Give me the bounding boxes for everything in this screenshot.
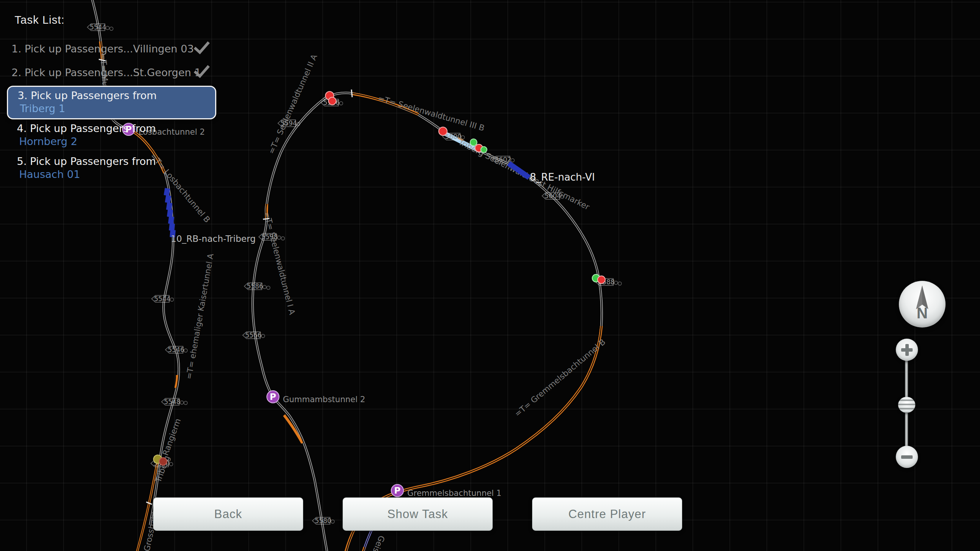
- task-item-4[interactable]: 4. Pick up Passengers from: [17, 122, 156, 134]
- zoom-in-button[interactable]: [896, 339, 918, 361]
- centre-player-button[interactable]: Centre Player: [532, 497, 682, 531]
- map-screen: 5544 5544 5546 5548 5550 5594 5596 5598 …: [0, 0, 980, 551]
- task-item-3-label: 3. Pick up Passengers from: [18, 90, 157, 101]
- svg-text:5566: 5566: [245, 331, 261, 339]
- minus-icon: [901, 455, 913, 459]
- svg-text:Gremmelsbachtunnel 1: Gremmelsbachtunnel 1: [407, 489, 501, 498]
- train-label-re: 8_RE-nach-VI: [530, 171, 595, 183]
- svg-text:=T= ehemaliger Kaisertunnel A: =T= ehemaliger Kaisertunnel A: [184, 253, 216, 380]
- task-item-1[interactable]: 1. Pick up Passengers...Villingen 03: [11, 43, 194, 55]
- task-item-3-station: Triberg 1: [20, 103, 65, 114]
- svg-text:=T= Losbachtunnel B: =T= Losbachtunnel B: [149, 152, 212, 225]
- signal-marker: 5586: [244, 282, 270, 290]
- signal-marker: 5544: [152, 295, 174, 303]
- signal-marker: 5546: [165, 346, 188, 354]
- back-button[interactable]: Back: [153, 497, 303, 531]
- svg-text:=T= Gremmelsbachtunnel B: =T= Gremmelsbachtunnel B: [513, 337, 608, 418]
- svg-text:5586: 5586: [247, 282, 263, 290]
- svg-text:5600: 5600: [445, 133, 461, 140]
- task-item-5-station: Hausach 01: [19, 168, 80, 180]
- task-item-4-station: Hornberg 2: [19, 135, 77, 147]
- signal-marker: 5566: [243, 331, 265, 339]
- parking-marker-gremmelsbach: P Gremmelsbachtunnel 1: [391, 484, 501, 498]
- svg-text:P: P: [270, 392, 276, 402]
- plus-icon: [905, 344, 909, 356]
- svg-text:=T= Seelenwaldtunnel II A: =T= Seelenwaldtunnel II A: [267, 53, 319, 155]
- task-completed-check-icon: [193, 41, 211, 55]
- train-label-rb: 10_RB-nach-Triberg: [171, 234, 256, 244]
- zoom-slider-handle[interactable]: [898, 397, 915, 413]
- svg-text:=T= Seelenwaldtunnel I A: =T= Seelenwaldtunnel I A: [262, 211, 297, 316]
- compass: N: [899, 281, 946, 328]
- signal-marker: 5548: [162, 398, 188, 406]
- task-item-5[interactable]: 5. Pick up Passengers from: [17, 155, 156, 167]
- svg-text:5544: 5544: [90, 23, 106, 31]
- task-completed-check-icon: [193, 64, 211, 79]
- parking-marker-gummambs: P Gummambstunnel 2: [267, 391, 365, 404]
- svg-text:5580: 5580: [315, 517, 331, 525]
- svg-text:5546: 5546: [168, 346, 184, 354]
- svg-text:=T= Seelenwaldtunnel III B: =T= Seelenwaldtunnel III B: [377, 94, 486, 133]
- signal-marker: 5544: [87, 23, 113, 31]
- zoom-out-button[interactable]: [896, 446, 918, 468]
- compass-north-label: N: [899, 305, 946, 322]
- svg-text:Geisla: Geisla: [368, 534, 386, 551]
- svg-text:P: P: [394, 486, 401, 496]
- svg-text:Gummambstunnel 2: Gummambstunnel 2: [283, 395, 365, 404]
- svg-text:5548: 5548: [164, 398, 180, 406]
- map[interactable]: 5544 5544 5546 5548 5550 5594 5596 5598 …: [0, 0, 980, 551]
- railway-tracks: [92, 0, 602, 551]
- signal-state-dots: [154, 91, 605, 465]
- task-item-2[interactable]: 2. Pick up Passengers...St.Georgen 1: [11, 67, 201, 78]
- task-list-title: Task List:: [15, 14, 65, 26]
- signal-marker: 5580: [312, 517, 335, 525]
- svg-text:5544: 5544: [154, 295, 170, 303]
- show-task-button[interactable]: Show Task: [343, 497, 493, 531]
